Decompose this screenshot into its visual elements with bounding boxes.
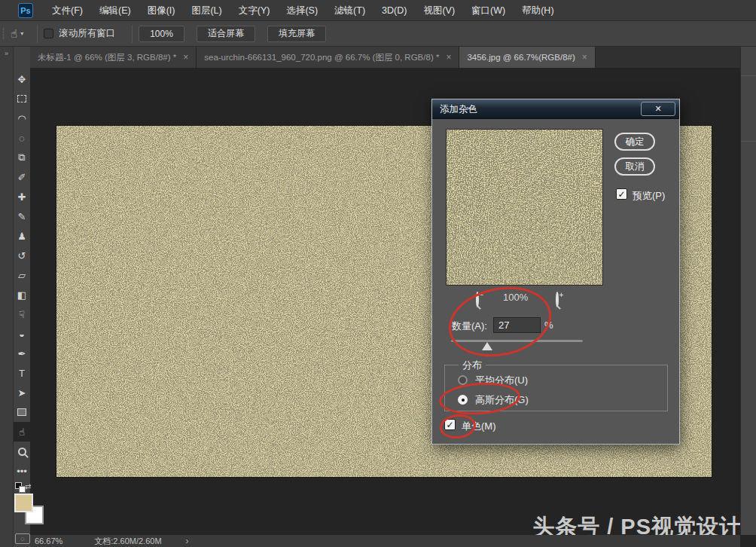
- menu-item[interactable]: 3D(D): [373, 0, 415, 21]
- eyedropper-tool-icon: ✐: [18, 172, 26, 183]
- tab-label: 未标题-1 @ 66% (图层 3, RGB/8#) *: [38, 52, 176, 63]
- move-tool[interactable]: ✥: [14, 69, 30, 89]
- menu-item[interactable]: 视图(V): [415, 0, 463, 21]
- rectangle-tool-icon: [17, 408, 26, 416]
- spot-healing-brush-tool[interactable]: ✚: [14, 187, 30, 206]
- tab-close-icon[interactable]: ×: [446, 52, 451, 63]
- preview-checkbox[interactable]: ✓: [616, 188, 627, 200]
- amount-slider-track[interactable]: [451, 340, 583, 342]
- quick-mask-button[interactable]: ◌: [15, 533, 30, 544]
- gaussian-radio[interactable]: [458, 395, 468, 405]
- zoom-in-icon[interactable]: +: [556, 293, 559, 307]
- fit-screen-button[interactable]: 适合屏幕: [197, 26, 255, 42]
- brush-tool[interactable]: ✎: [14, 206, 30, 226]
- menu-item[interactable]: 图层(L): [183, 0, 230, 21]
- dodge-tool[interactable]: ◒: [14, 324, 30, 344]
- amount-slider-thumb[interactable]: [482, 342, 492, 350]
- type-tool-icon: T: [19, 368, 25, 379]
- foreground-color-swatch[interactable]: [14, 494, 33, 512]
- zoom-out-icon[interactable]: −: [476, 293, 479, 307]
- collapse-icon: »: [5, 50, 8, 57]
- options-bar-grip: ⁞⁞⁞⁞: [2, 28, 3, 40]
- divider: [741, 141, 756, 142]
- eraser-tool[interactable]: ▱: [14, 265, 30, 285]
- monochromatic-checkbox[interactable]: ✓: [444, 419, 456, 430]
- menu-item[interactable]: 文字(Y): [230, 0, 279, 21]
- document-tab[interactable]: 未标题-1 @ 66% (图层 3, RGB/8#) *×: [30, 47, 197, 68]
- hand-tool-preset[interactable]: ☝ ▾: [9, 27, 31, 41]
- crop-tool-icon: ⧉: [18, 151, 25, 163]
- edit-toolbar-button[interactable]: •••: [14, 461, 30, 481]
- preview-zoom-level: 100%: [503, 292, 528, 303]
- smudge-tool[interactable]: ☟: [14, 304, 30, 324]
- panel-collapse-strip[interactable]: »: [0, 47, 14, 547]
- pen-tool[interactable]: ✒: [14, 344, 30, 363]
- menu-item[interactable]: 滤镜(T): [326, 0, 373, 21]
- gradient-tool[interactable]: ◧: [14, 285, 30, 304]
- quick-selection-tool[interactable]: ◌: [14, 128, 30, 148]
- status-chevron-icon[interactable]: ›: [186, 536, 189, 546]
- separator: [37, 25, 38, 43]
- menu-bar: Ps 文件(F)编辑(E)图像(I)图层(L)文字(Y)选择(S)滤镜(T)3D…: [0, 0, 756, 21]
- amount-label: 数量(A):: [452, 319, 487, 333]
- hand-tool[interactable]: ☝: [14, 422, 30, 442]
- lasso-tool[interactable]: ◠: [14, 108, 30, 128]
- edit-toolbar-button-icon: •••: [17, 466, 27, 477]
- clone-stamp-tool-icon: ♟: [17, 231, 26, 242]
- history-brush-tool-icon: ↺: [18, 250, 26, 261]
- tab-label: sea-urchin-666131_960_720.png @ 66.7% (图…: [204, 52, 439, 63]
- spot-healing-brush-tool-icon: ✚: [18, 191, 26, 203]
- fill-screen-button[interactable]: 填充屏幕: [267, 26, 326, 42]
- dodge-tool-icon: ◒: [19, 329, 25, 340]
- status-doc-info: 文档:2.60M/2.60M: [94, 536, 161, 547]
- status-zoom-value[interactable]: 66.67%: [35, 536, 62, 545]
- gaussian-label: 高斯分布(G): [475, 393, 529, 407]
- scroll-all-windows-checkbox[interactable]: [44, 29, 53, 38]
- chevron-down-icon: ▾: [20, 30, 23, 37]
- options-bar: ⁞⁞⁞⁞ ☝ ▾ 滚动所有窗口 100% 适合屏幕 填充屏幕: [0, 21, 756, 47]
- swap-colors-icon[interactable]: ⇄: [25, 482, 31, 490]
- rectangular-marquee-tool[interactable]: [14, 89, 30, 108]
- ok-button[interactable]: 确定: [614, 133, 655, 151]
- uniform-radio[interactable]: [458, 375, 468, 385]
- distribution-label: 分布: [459, 359, 486, 372]
- menu-item[interactable]: 图像(I): [139, 0, 184, 21]
- crop-tool[interactable]: ⧉: [14, 148, 30, 167]
- eraser-tool-icon: ▱: [18, 270, 26, 281]
- path-selection-tool-icon: ➤: [18, 387, 26, 399]
- noise-preview[interactable]: [446, 129, 603, 286]
- monochromatic-label: 单色(M): [462, 420, 496, 433]
- dialog-close-button[interactable]: ✕: [641, 102, 675, 116]
- rectangular-marquee-tool-icon: [17, 95, 26, 102]
- scroll-all-windows-label: 滚动所有窗口: [59, 27, 115, 40]
- smudge-tool-icon: ☟: [19, 309, 25, 320]
- gradient-tool-icon: ◧: [17, 289, 26, 301]
- menu-item[interactable]: 选择(S): [278, 0, 326, 21]
- document-tab[interactable]: sea-urchin-666131_960_720.png @ 66.7% (图…: [197, 47, 459, 68]
- tab-close-icon[interactable]: ×: [183, 52, 188, 63]
- photoshop-window: Ps 文件(F)编辑(E)图像(I)图层(L)文字(Y)选择(S)滤镜(T)3D…: [0, 0, 756, 547]
- cancel-button[interactable]: 取消: [614, 157, 655, 176]
- separator: [132, 25, 133, 43]
- menu-item[interactable]: 编辑(E): [91, 0, 139, 21]
- menu-item[interactable]: 文件(F): [44, 0, 91, 21]
- color-swatch-block: ⇄ ◌: [14, 482, 30, 547]
- default-colors-icon[interactable]: [15, 482, 22, 489]
- path-selection-tool[interactable]: ➤: [14, 383, 30, 402]
- ps-logo-icon: Ps: [18, 3, 33, 18]
- amount-input[interactable]: [493, 317, 541, 333]
- type-tool[interactable]: T: [14, 363, 30, 383]
- brush-tool-icon: ✎: [18, 211, 26, 222]
- clone-stamp-tool[interactable]: ♟: [14, 226, 30, 246]
- document-tab-bar: 未标题-1 @ 66% (图层 3, RGB/8#) *×sea-urchin-…: [30, 47, 740, 68]
- tab-close-icon[interactable]: ×: [582, 52, 587, 63]
- menu-item[interactable]: 帮助(H): [514, 0, 562, 21]
- document-tab[interactable]: 3456.jpg @ 66.7%(RGB/8#)×: [459, 47, 595, 68]
- zoom-tool[interactable]: [14, 442, 30, 461]
- history-brush-tool[interactable]: ↺: [14, 246, 30, 265]
- menu-item[interactable]: 窗口(W): [463, 0, 514, 21]
- panel-dock-strip[interactable]: [740, 47, 756, 535]
- eyedropper-tool[interactable]: ✐: [14, 167, 30, 187]
- zoom-100-button[interactable]: 100%: [139, 26, 184, 42]
- rectangle-tool[interactable]: [14, 402, 30, 422]
